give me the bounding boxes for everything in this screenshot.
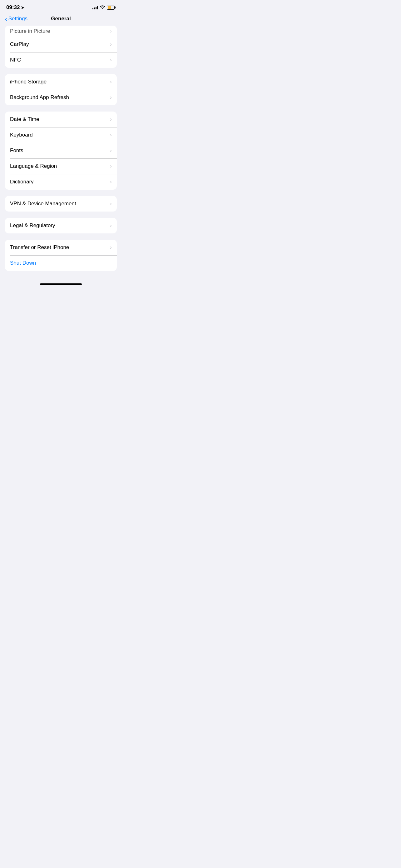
section-top: Picture in Picture › CarPlay › NFC › xyxy=(5,26,117,68)
location-icon: ➤ xyxy=(21,5,24,10)
home-bar xyxy=(40,283,82,285)
list-item-vpn-device-management[interactable]: VPN & Device Management › xyxy=(5,196,117,212)
list-item-iphone-storage[interactable]: iPhone Storage › xyxy=(5,74,117,90)
status-bar: 09:32 ➤ xyxy=(0,0,122,13)
list-item-date-time[interactable]: Date & Time › xyxy=(5,112,117,127)
signal-bar-3 xyxy=(96,7,97,9)
wifi-icon xyxy=(100,5,105,10)
list-item-dictionary[interactable]: Dictionary › xyxy=(5,174,117,190)
background-app-refresh-label: Background App Refresh xyxy=(10,94,69,101)
list-item-background-app-refresh[interactable]: Background App Refresh › xyxy=(5,90,117,105)
carplay-chevron-icon: › xyxy=(110,41,112,48)
transfer-reset-chevron-icon: › xyxy=(110,244,112,251)
list-item-keyboard[interactable]: Keyboard › xyxy=(5,127,117,143)
vpn-device-management-chevron-icon: › xyxy=(110,200,112,207)
nfc-chevron-icon: › xyxy=(110,57,112,63)
status-time: 09:32 ➤ xyxy=(6,4,24,11)
list-item-transfer-reset[interactable]: Transfer or Reset iPhone › xyxy=(5,240,117,255)
back-chevron-icon: ‹ xyxy=(5,16,7,22)
section-locale: Date & Time › Keyboard › Fonts › Languag… xyxy=(5,112,117,190)
nfc-label: NFC xyxy=(10,57,21,63)
nav-bar: ‹ Settings General xyxy=(0,13,122,26)
keyboard-chevron-icon: › xyxy=(110,132,112,138)
page-title: General xyxy=(51,16,71,22)
section-vpn: VPN & Device Management › xyxy=(5,196,117,212)
section-legal: Legal & Regulatory › xyxy=(5,218,117,234)
date-time-chevron-icon: › xyxy=(110,116,112,122)
list-item-nfc[interactable]: NFC › xyxy=(5,52,117,68)
signal-bars xyxy=(93,6,98,9)
fonts-label: Fonts xyxy=(10,148,24,154)
section-storage: iPhone Storage › Background App Refresh … xyxy=(5,74,117,105)
dictionary-chevron-icon: › xyxy=(110,179,112,185)
list-item-fonts[interactable]: Fonts › xyxy=(5,143,117,158)
fonts-chevron-icon: › xyxy=(110,148,112,154)
keyboard-label: Keyboard xyxy=(10,132,33,138)
shut-down-label: Shut Down xyxy=(10,260,36,266)
back-label[interactable]: Settings xyxy=(8,16,28,22)
language-region-label: Language & Region xyxy=(10,163,57,169)
signal-bar-4 xyxy=(97,6,98,9)
legal-regulatory-chevron-icon: › xyxy=(110,222,112,229)
back-button[interactable]: ‹ Settings xyxy=(5,16,28,22)
date-time-label: Date & Time xyxy=(10,116,39,122)
status-icons xyxy=(93,5,115,10)
picture-in-picture-label: Picture in Picture xyxy=(10,28,50,34)
scroll-content: Picture in Picture › CarPlay › NFC › iPh… xyxy=(0,26,122,271)
background-app-refresh-chevron-icon: › xyxy=(110,94,112,101)
dictionary-label: Dictionary xyxy=(10,179,34,185)
language-region-chevron-icon: › xyxy=(110,163,112,169)
iphone-storage-chevron-icon: › xyxy=(110,79,112,85)
legal-regulatory-label: Legal & Regulatory xyxy=(10,222,55,229)
home-indicator xyxy=(0,277,122,288)
list-item-shut-down[interactable]: Shut Down xyxy=(5,255,117,271)
battery-tip xyxy=(115,6,115,8)
transfer-reset-label: Transfer or Reset iPhone xyxy=(10,244,69,251)
section-reset: Transfer or Reset iPhone › Shut Down xyxy=(5,240,117,271)
battery-body xyxy=(107,6,114,10)
signal-bar-2 xyxy=(94,7,95,9)
list-item-picture-in-picture[interactable]: Picture in Picture › xyxy=(5,26,117,36)
iphone-storage-label: iPhone Storage xyxy=(10,79,46,85)
battery-fill xyxy=(108,6,111,9)
time-text: 09:32 xyxy=(6,4,20,11)
carplay-label: CarPlay xyxy=(10,41,29,48)
picture-in-picture-chevron-icon: › xyxy=(110,28,112,34)
list-item-legal-regulatory[interactable]: Legal & Regulatory › xyxy=(5,218,117,234)
list-item-carplay[interactable]: CarPlay › xyxy=(5,36,117,52)
list-item-language-region[interactable]: Language & Region › xyxy=(5,158,117,174)
signal-bar-1 xyxy=(93,8,93,9)
vpn-device-management-label: VPN & Device Management xyxy=(10,200,76,207)
battery-icon xyxy=(107,6,115,10)
